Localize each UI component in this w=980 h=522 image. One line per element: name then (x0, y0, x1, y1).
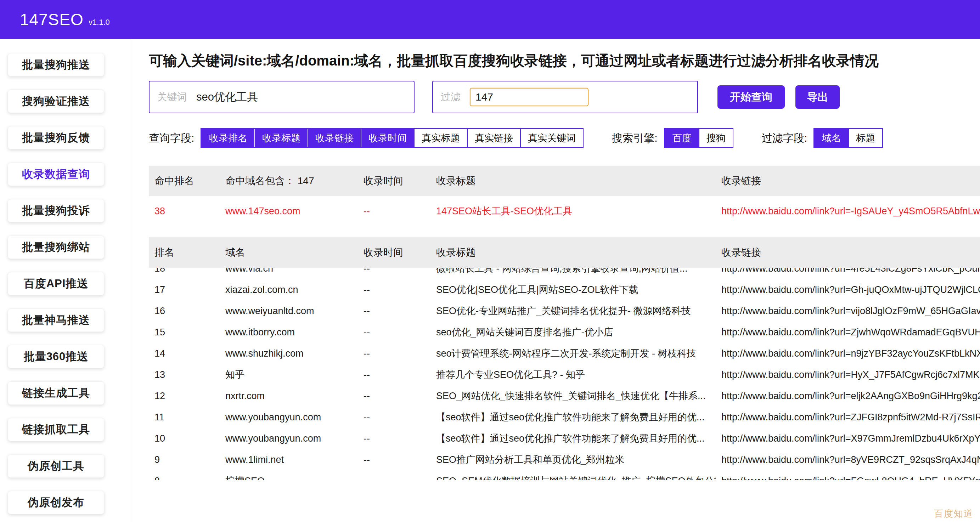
keyword-input-box: 关键词 (149, 81, 415, 113)
result-cell-time: -- (358, 412, 431, 423)
result-cell-rank: 12 (149, 390, 220, 401)
result-cell-domain: www.via.cn (220, 268, 358, 274)
result-table-row[interactable]: 15 www.itborry.com -- seo优化_网站关键词百度排名推广-… (149, 322, 980, 343)
result-cell-title: SEO优化|SEO优化工具|网站SEO-ZOL软件下载 (431, 283, 716, 296)
start-query-button[interactable]: 开始查询 (718, 85, 785, 109)
result-cell-link[interactable]: http://www.baidu.com/link?url=vijo8lJglO… (716, 306, 980, 317)
filter-field-group: 域名 标题 (813, 128, 883, 148)
sidebar-item[interactable]: 伪原创工具 (8, 454, 104, 478)
search-engine-option[interactable]: 百度 (665, 129, 699, 147)
result-cell-rank: 8 (149, 476, 220, 481)
result-cell-link[interactable]: http://www.baidu.com/link?url=HyX_J7F5Af… (716, 370, 980, 380)
result-cell-domain: nxrtr.com (220, 390, 358, 401)
app-window: 147SEO v1.1.0 批量搜狗推送 搜狗验证推送 批量搜狗反馈 收录数据查… (0, 0, 980, 522)
result-table-row[interactable]: 12 nxrtr.com -- SEO_网站优化_快速排名软件_关键词排名_快速… (149, 385, 980, 406)
result-cell-title: SEO_网站优化_快速排名软件_关键词排名_快速优化【牛排系... (431, 390, 716, 402)
sidebar-item[interactable]: 批量搜狗投诉 (8, 199, 104, 222)
result-cell-domain: 柠檬SEO (220, 474, 358, 480)
result-cell-title: seo优化_网站关键词百度排名推广-优小店 (431, 326, 716, 338)
match-cell-title: 147SEO站长工具-SEO优化工具 (431, 205, 716, 217)
result-cell-time: -- (358, 327, 431, 338)
result-table-row[interactable]: 14 www.shuzhikj.com -- seo计费管理系统-网站程序二次开… (149, 343, 980, 364)
result-table-scroll-area[interactable]: 18 www.via.cn -- 微啦站长工具 - 网站综合查询,搜索引擎收录查… (149, 268, 980, 480)
result-cell-title: SEO, SEM优化数据培训与网站关键词优化_推广_柠檬SEO外包公司 (431, 474, 716, 480)
result-table-row[interactable]: 9 www.1limi.net -- SEO推广网站分析工具和单页优化_郑州粒米… (149, 449, 980, 470)
result-cell-rank: 18 (149, 268, 220, 274)
sidebar-item[interactable]: 百度API推送 (8, 272, 104, 295)
filter-field-label: 过滤字段: (762, 131, 807, 146)
sidebar: 批量搜狗推送 搜狗验证推送 批量搜狗反馈 收录数据查询 批量搜狗投诉 批量搜狗绑… (0, 39, 131, 522)
sidebar-item[interactable]: 收录数据查询 (8, 163, 104, 186)
match-cell-rank: 38 (149, 206, 220, 217)
result-cell-rank: 9 (149, 454, 220, 465)
result-cell-title: SEO优化-专业网站推广_关键词排名优化提升- 微源网络科技 (431, 305, 716, 317)
result-table-body: 18 www.via.cn -- 微啦站长工具 - 网站综合查询,搜索引擎收录查… (149, 268, 980, 480)
sidebar-item[interactable]: 批量360推送 (8, 345, 104, 368)
query-field-option[interactable]: 真实标题 (414, 129, 467, 147)
sidebar-item[interactable]: 链接抓取工具 (8, 418, 104, 441)
result-cell-title: 【seo软件】通过seo优化推广软件功能来了解免费且好用的优... (431, 411, 716, 424)
result-cell-link[interactable]: http://www.baidu.com/link?url=X97GmmJrem… (716, 433, 980, 444)
result-header-link: 收录链接 (716, 246, 980, 259)
result-cell-link[interactable]: http://www.baidu.com/link?url=n9jzYBF32a… (716, 348, 980, 359)
result-cell-time: -- (358, 284, 431, 295)
result-table-row[interactable]: 8 柠檬SEO -- SEO, SEM优化数据培训与网站关键词优化_推广_柠檬S… (149, 470, 980, 480)
query-field-option[interactable]: 收录时间 (361, 129, 414, 147)
filter-row: 查询字段: 收录排名 收录标题 收录链接 收录时间 真实标题 真实链接 真实关键… (149, 128, 980, 148)
sidebar-item[interactable]: 链接生成工具 (8, 381, 104, 405)
filter-input-box: 过滤 (432, 81, 698, 113)
sidebar-item[interactable]: 伪原创发布 (8, 491, 104, 514)
result-cell-rank: 15 (149, 327, 220, 338)
result-cell-rank: 17 (149, 284, 220, 295)
result-cell-rank: 16 (149, 306, 220, 317)
result-cell-rank: 13 (149, 370, 220, 380)
result-cell-link[interactable]: http://www.baidu.com/link?url=8yVE9RCZT_… (716, 454, 980, 465)
result-cell-time: -- (358, 348, 431, 359)
sidebar-item[interactable]: 批量神马推送 (8, 308, 104, 332)
result-cell-domain: www.weiyuanltd.com (220, 306, 358, 317)
query-field-option[interactable]: 真实链接 (467, 129, 520, 147)
result-table-header: 排名 域名 收录时间 收录标题 收录链接 (149, 237, 980, 268)
query-fields-label: 查询字段: (149, 131, 194, 146)
result-cell-title: 推荐几个专业SEO优化工具? - 知乎 (431, 368, 716, 381)
match-cell-link[interactable]: http://www.baidu.com/link?url=-IgSAUeY_y… (716, 206, 980, 217)
result-cell-link[interactable]: http://www.baidu.com/link?url=Gh-juQOxMt… (716, 284, 980, 295)
filter-input-label: 过滤 (441, 90, 461, 104)
query-field-option[interactable]: 真实关键词 (520, 129, 583, 147)
result-header-time: 收录时间 (358, 246, 431, 259)
result-cell-link[interactable]: http://www.baidu.com/link?url=ZJFGI8zpnf… (716, 412, 980, 423)
result-cell-link[interactable]: http://www.baidu.com/link?url=FGewL8QHG4… (716, 476, 980, 481)
result-header-rank: 排名 (149, 246, 220, 259)
result-table-row[interactable]: 18 www.via.cn -- 微啦站长工具 - 网站综合查询,搜索引擎收录查… (149, 268, 980, 279)
sidebar-item[interactable]: 批量搜狗绑站 (8, 235, 104, 259)
result-cell-link[interactable]: http://www.baidu.com/link?url=eljk2AAngG… (716, 390, 980, 401)
query-field-option[interactable]: 收录排名 (201, 129, 255, 147)
sidebar-item[interactable]: 搜狗验证推送 (8, 90, 104, 113)
filter-input[interactable] (470, 88, 589, 106)
result-table-row[interactable]: 10 www.youbangyun.com -- 【seo软件】通过seo优化推… (149, 428, 980, 449)
search-engine-label: 搜索引擎: (612, 131, 657, 146)
export-button[interactable]: 导出 (795, 85, 840, 109)
keyword-input[interactable] (196, 90, 414, 103)
filter-field-option[interactable]: 标题 (848, 129, 882, 147)
sidebar-item[interactable]: 批量搜狗推送 (8, 53, 104, 76)
result-table-row[interactable]: 16 www.weiyuanltd.com -- SEO优化-专业网站推广_关键… (149, 300, 980, 322)
match-header-title: 收录标题 (431, 174, 716, 188)
search-engine-option[interactable]: 搜狗 (699, 129, 733, 147)
result-table-row[interactable]: 17 xiazai.zol.com.cn -- SEO优化|SEO优化工具|网站… (149, 279, 980, 300)
result-cell-domain: xiazai.zol.com.cn (220, 284, 358, 295)
match-header-link: 收录链接 (716, 174, 980, 188)
match-table-row[interactable]: 38 www.147seo.com -- 147SEO站长工具-SEO优化工具 … (149, 196, 980, 226)
result-cell-time: -- (358, 370, 431, 380)
sidebar-item[interactable]: 批量搜狗反馈 (8, 126, 104, 149)
query-field-option[interactable]: 收录链接 (307, 129, 361, 147)
result-cell-time: -- (358, 433, 431, 444)
result-cell-domain: www.youbangyun.com (220, 433, 358, 444)
result-table-row[interactable]: 13 知乎 -- 推荐几个专业SEO优化工具? - 知乎 http://www.… (149, 364, 980, 385)
query-field-option[interactable]: 收录标题 (255, 129, 307, 147)
result-cell-link[interactable]: http://www.baidu.com/link?url=4re5L43lCZ… (716, 268, 980, 274)
filter-field-option[interactable]: 域名 (814, 129, 848, 147)
result-table-row[interactable]: 11 www.youbangyun.com -- 【seo软件】通过seo优化推… (149, 406, 980, 428)
result-cell-time: -- (358, 268, 431, 274)
result-cell-link[interactable]: http://www.baidu.com/link?url=ZjwhWqoWRd… (716, 327, 980, 338)
